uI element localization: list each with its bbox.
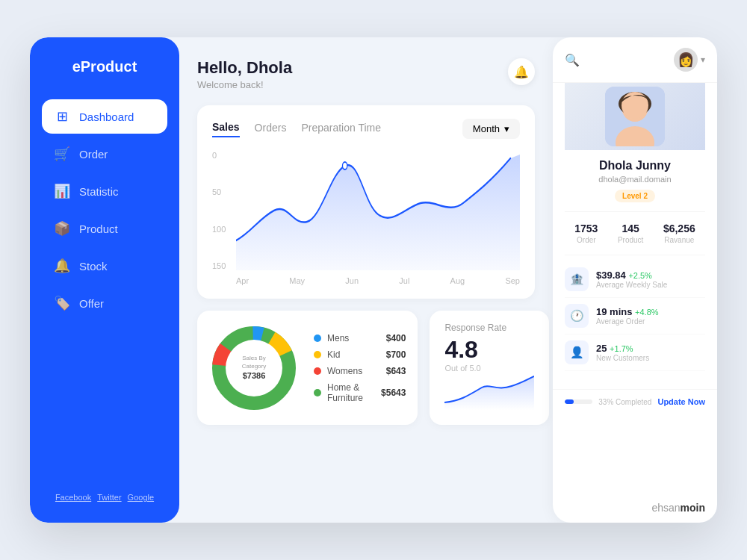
metric-avg-order: 🕐 19 mins +4.8% Average Order bbox=[565, 298, 705, 335]
profile-email: dhola@mail.domain bbox=[598, 175, 671, 184]
chart-card: Sales Orders Preparation Time Month ▾ 15… bbox=[197, 105, 535, 299]
sidebar-label-dashboard: Dashboard bbox=[79, 111, 134, 123]
sidebar-logo: eProduct bbox=[42, 58, 167, 75]
sidebar-item-stock[interactable]: 🔔 Stock bbox=[42, 249, 167, 283]
pie-chart: Sales By Category $7386 bbox=[209, 323, 299, 413]
response-title: Response Rate bbox=[444, 323, 534, 333]
profile-badge: Level 2 bbox=[615, 190, 655, 202]
greeting-title: Hello, Dhola bbox=[197, 58, 292, 78]
profile-section: Dhola Junny dhola@mail.domain Level 2 17… bbox=[553, 83, 717, 389]
stat-order: 1753 Order bbox=[574, 223, 598, 244]
update-now-button[interactable]: Update Now bbox=[657, 397, 705, 406]
dashboard-icon: ⊞ bbox=[54, 108, 70, 125]
progress-label: 33% Completed bbox=[598, 398, 651, 406]
pie-card: Sales By Category $7386 Mens $400 Kid $7… bbox=[197, 311, 418, 425]
clock-icon: 🕐 bbox=[565, 304, 589, 328]
metric-sale-info: $39.84 +2.5% Average Weekly Sale bbox=[596, 270, 705, 289]
chart-x-labels: Apr May Jun Jul Aug Sep bbox=[236, 276, 520, 285]
progress-bar-background bbox=[565, 399, 592, 404]
bank-icon: 🏦 bbox=[565, 267, 589, 291]
stock-icon: 🔔 bbox=[54, 258, 70, 274]
bell-button[interactable]: 🔔 bbox=[508, 58, 535, 85]
metric-order-info: 19 mins +4.8% Average Order bbox=[596, 306, 705, 326]
product-icon: 📦 bbox=[54, 220, 70, 237]
chevron-down-icon: ▾ bbox=[504, 123, 509, 134]
metric-customer-info: 25 +1.7% New Customers bbox=[596, 343, 705, 362]
legend-womens: Womens $643 bbox=[314, 366, 406, 376]
sidebar-label-order: Order bbox=[79, 148, 108, 161]
profile-avatar bbox=[605, 87, 665, 146]
sidebar-item-dashboard[interactable]: ⊞ Dashboard bbox=[42, 99, 167, 134]
user-plus-icon: 👤 bbox=[565, 340, 589, 364]
avatar-button[interactable]: 👩 ▾ bbox=[674, 48, 705, 72]
tab-orders[interactable]: Orders bbox=[255, 122, 287, 137]
statistic-icon: 📊 bbox=[54, 183, 70, 199]
chart-y-labels: 150 100 50 0 bbox=[212, 151, 233, 270]
sidebar-label-statistic: Statistic bbox=[79, 185, 119, 198]
sidebar-nav: ⊞ Dashboard 🛒 Order 📊 Statistic 📦 Produc… bbox=[42, 99, 167, 493]
sidebar-item-offer[interactable]: 🏷️ Offer bbox=[42, 286, 167, 320]
bottom-row: Sales By Category $7386 Mens $400 Kid $7… bbox=[197, 311, 535, 425]
response-mini-chart bbox=[444, 373, 534, 413]
right-panel: 🔍 👩 ▾ Dhola Junny bbox=[553, 37, 717, 523]
progress-bar-fill bbox=[565, 399, 574, 404]
sidebar-item-order[interactable]: 🛒 Order bbox=[42, 137, 167, 171]
tab-preparation[interactable]: Preparation Time bbox=[301, 122, 381, 137]
legend-kid: Kid $700 bbox=[314, 349, 406, 360]
search-icon[interactable]: 🔍 bbox=[565, 53, 580, 67]
legend-mens: Mens $400 bbox=[314, 333, 406, 343]
greeting-subtitle: Welcome back! bbox=[197, 79, 292, 90]
filter-label: Month bbox=[473, 123, 500, 134]
progress-section: 33% Completed Update Now bbox=[553, 389, 717, 414]
stat-revenue: $6,256 Ravanue bbox=[663, 223, 695, 244]
response-value: 4.8 bbox=[444, 336, 534, 364]
offer-icon: 🏷️ bbox=[54, 295, 70, 311]
sidebar-label-product: Product bbox=[79, 223, 118, 235]
metric-weekly-sale: 🏦 $39.84 +2.5% Average Weekly Sale bbox=[565, 261, 705, 298]
chart-filter-button[interactable]: Month ▾ bbox=[462, 119, 520, 139]
profile-cover bbox=[565, 83, 705, 150]
profile-stats: 1753 Order 145 Product $6,256 Ravanue bbox=[565, 211, 705, 255]
chart-svg bbox=[236, 151, 520, 270]
order-icon: 🛒 bbox=[54, 146, 70, 162]
metric-new-customers: 👤 25 +1.7% New Customers bbox=[565, 335, 705, 371]
sidebar-item-statistic[interactable]: 📊 Statistic bbox=[42, 174, 167, 208]
pie-center-label: Sales By Category $7386 bbox=[232, 354, 276, 382]
response-subtitle: Out of 5.0 bbox=[444, 364, 534, 373]
svg-point-10 bbox=[622, 92, 648, 119]
watermark: ehsanmoin bbox=[651, 502, 705, 514]
metrics-list: 🏦 $39.84 +2.5% Average Weekly Sale 🕐 19 … bbox=[565, 255, 705, 377]
response-card: Response Rate 4.8 Out of 5.0 bbox=[430, 311, 549, 425]
chevron-down-icon: ▾ bbox=[701, 55, 705, 65]
header-actions: 🔔 bbox=[508, 58, 535, 85]
pie-legend: Mens $400 Kid $700 Womens $643 bbox=[314, 333, 406, 403]
sidebar: eProduct ⊞ Dashboard 🛒 Order 📊 Statistic… bbox=[30, 37, 179, 523]
chart-area: 150 100 50 0 bbox=[212, 151, 520, 285]
footer-facebook[interactable]: Facebook bbox=[55, 493, 91, 502]
right-top-bar: 🔍 👩 ▾ bbox=[553, 37, 717, 83]
avatar-small: 👩 bbox=[674, 48, 698, 72]
tab-sales[interactable]: Sales bbox=[212, 121, 240, 137]
header-title: Hello, Dhola Welcome back! bbox=[197, 58, 292, 90]
svg-point-0 bbox=[343, 162, 347, 169]
sidebar-label-offer: Offer bbox=[79, 297, 104, 310]
footer-twitter[interactable]: Twitter bbox=[97, 493, 121, 502]
main-content: Hello, Dhola Welcome back! 🔔 Sales Order… bbox=[179, 37, 553, 523]
sidebar-label-stock: Stock bbox=[79, 260, 108, 273]
sidebar-footer: Facebook Twitter Google bbox=[42, 493, 167, 502]
app-wrapper: eProduct ⊞ Dashboard 🛒 Order 📊 Statistic… bbox=[30, 37, 717, 523]
page-header: Hello, Dhola Welcome back! 🔔 bbox=[197, 58, 535, 90]
chart-tabs: Sales Orders Preparation Time Month ▾ bbox=[212, 119, 520, 139]
profile-name: Dhola Junny bbox=[599, 159, 671, 172]
footer-google[interactable]: Google bbox=[128, 493, 154, 502]
stat-product: 145 Product bbox=[618, 223, 643, 244]
sidebar-item-product[interactable]: 📦 Product bbox=[42, 211, 167, 246]
legend-home: Home & Furniture $5643 bbox=[314, 382, 406, 403]
bell-icon: 🔔 bbox=[514, 65, 529, 79]
